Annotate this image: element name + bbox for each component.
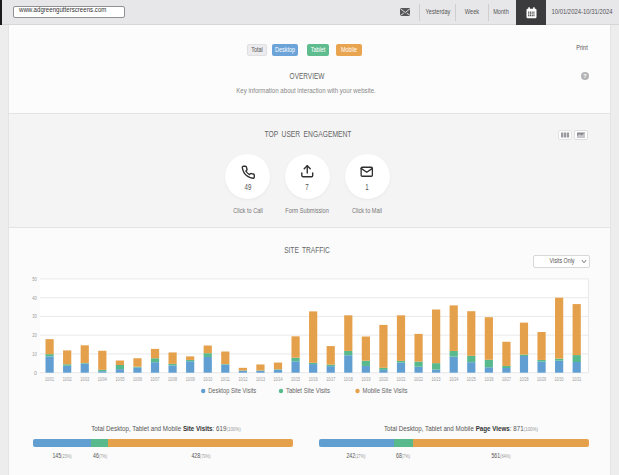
svg-text:10/11: 10/11 <box>221 376 230 382</box>
svg-text:10/15: 10/15 <box>291 376 300 382</box>
svg-text:10: 10 <box>32 351 37 357</box>
svg-text:10/25: 10/25 <box>467 376 476 382</box>
svg-text:10/17: 10/17 <box>326 376 335 382</box>
svg-text:0: 0 <box>34 370 37 376</box>
svg-text:10/24: 10/24 <box>449 376 458 382</box>
svg-text:10/02: 10/02 <box>63 376 72 382</box>
svg-text:10/31: 10/31 <box>572 376 581 382</box>
svg-text:10/01: 10/01 <box>45 376 54 382</box>
svg-text:30: 30 <box>32 313 37 319</box>
svg-text:10/18: 10/18 <box>344 376 353 382</box>
svg-text:10/09: 10/09 <box>186 376 195 382</box>
svg-text:10/12: 10/12 <box>238 376 247 382</box>
svg-text:10/14: 10/14 <box>274 376 283 382</box>
svg-text:10/13: 10/13 <box>256 376 265 382</box>
svg-text:10/08: 10/08 <box>168 376 177 382</box>
svg-text:10/03: 10/03 <box>80 376 89 382</box>
svg-text:Tablet Site Visits: Tablet Site Visits <box>286 387 331 394</box>
svg-text:10/23: 10/23 <box>432 376 441 382</box>
svg-text:10/16: 10/16 <box>309 376 318 382</box>
svg-text:10/10: 10/10 <box>203 376 212 382</box>
svg-text:10/26: 10/26 <box>484 376 493 382</box>
svg-text:50: 50 <box>32 276 37 282</box>
svg-text:10/29: 10/29 <box>537 376 546 382</box>
svg-text:10/28: 10/28 <box>520 376 529 382</box>
svg-text:Mobile Site Visits: Mobile Site Visits <box>363 387 409 394</box>
svg-text:10/21: 10/21 <box>397 376 406 382</box>
svg-text:10/07: 10/07 <box>151 376 160 382</box>
svg-text:10/30: 10/30 <box>555 376 564 382</box>
svg-text:40: 40 <box>32 295 37 301</box>
svg-text:10/04: 10/04 <box>98 376 107 382</box>
svg-text:10/19: 10/19 <box>361 376 370 382</box>
svg-text:10/22: 10/22 <box>414 376 423 382</box>
svg-text:20: 20 <box>32 332 37 338</box>
svg-text:10/27: 10/27 <box>502 376 511 382</box>
svg-text:Desktop Site Visits: Desktop Site Visits <box>208 387 257 395</box>
svg-text:10/06: 10/06 <box>133 376 142 382</box>
svg-text:10/20: 10/20 <box>379 376 388 382</box>
svg-text:10/05: 10/05 <box>115 376 124 382</box>
